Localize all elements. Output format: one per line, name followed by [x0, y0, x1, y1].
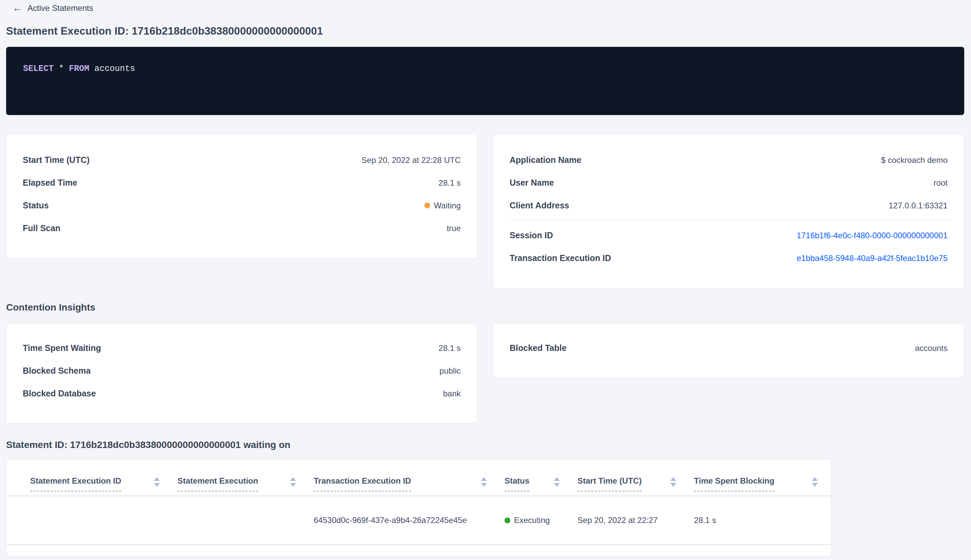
column-header-statement-execution[interactable]: Statement Execution: [178, 476, 314, 492]
contention-cards-row: Time Spent Waiting 28.1 s Blocked Schema…: [6, 323, 971, 423]
session-id-label: Session ID: [510, 230, 553, 240]
column-header-label: Statement Execution: [178, 476, 258, 492]
application-name-value: $ cockroach demo: [881, 155, 948, 165]
client-address-row: Client Address 127.0.0.1:63321: [493, 194, 964, 217]
sort-arrows-icon[interactable]: [554, 477, 560, 487]
sort-arrows-icon[interactable]: [290, 477, 296, 487]
statement-execution-details-page: ← Active Statements Statement Execution …: [0, 0, 971, 560]
transaction-execution-id-label: Transaction Execution ID: [510, 253, 611, 263]
breadcrumb: ← Active Statements: [13, 0, 971, 13]
column-header-statement-execution-id[interactable]: Statement Execution ID: [30, 476, 178, 492]
blocked-database-value: bank: [443, 389, 461, 398]
sort-arrows-icon[interactable]: [154, 477, 160, 487]
session-details-card: Application Name $ cockroach demo User N…: [493, 134, 964, 288]
user-name-value: root: [934, 178, 948, 188]
blocked-table-label: Blocked Table: [510, 343, 567, 353]
status-label: Status: [23, 201, 48, 210]
full-scan-value: true: [447, 224, 461, 233]
sort-arrows-icon[interactable]: [812, 477, 818, 487]
full-scan-row: Full Scan true: [7, 217, 477, 240]
column-header-label: Start Time (UTC): [577, 476, 642, 492]
start-time-label: Start Time (UTC): [23, 155, 90, 165]
waiting-on-heading: Statement ID: 1716b218dc0b38380000000000…: [6, 440, 971, 450]
sort-arrows-icon[interactable]: [481, 477, 487, 487]
blocked-schema-row: Blocked Schema public: [7, 359, 477, 382]
sql-statement-box: SELECT * FROM accounts: [6, 47, 964, 115]
back-link-active-statements[interactable]: Active Statements: [27, 3, 93, 13]
user-name-label: User Name: [510, 178, 554, 188]
blocked-table-row: Blocked Table accounts: [493, 337, 964, 359]
blocked-schema-value: public: [439, 366, 461, 376]
application-name-row: Application Name $ cockroach demo: [493, 149, 964, 172]
client-address-value: 127.0.0.1:63321: [889, 201, 948, 210]
status-executing-dot-icon: [504, 518, 510, 523]
contention-insights-heading: Contention Insights: [6, 302, 971, 313]
blocked-database-row: Blocked Database bank: [7, 382, 477, 405]
sql-star: *: [53, 64, 69, 73]
application-name-label: Application Name: [510, 155, 581, 165]
table-row: 64530d0c-969f-437e-a9b4-26a72245e45e Exe…: [7, 496, 831, 545]
transaction-execution-id-row: Transaction Execution ID e1bba458-5948-4…: [493, 247, 964, 270]
sql-statement-text: SELECT * FROM accounts: [23, 63, 964, 75]
table-header-row: Statement Execution ID Statement Executi…: [7, 460, 831, 496]
cell-time-spent-blocking: 28.1 s: [694, 515, 821, 525]
status-waiting-text: Waiting: [434, 201, 461, 210]
column-header-transaction-execution-id[interactable]: Transaction Execution ID: [314, 476, 504, 492]
status-row: Status Waiting: [7, 194, 477, 217]
column-header-time-spent-blocking[interactable]: Time Spent Blocking: [694, 476, 821, 492]
client-address-label: Client Address: [510, 201, 569, 210]
user-name-row: User Name root: [493, 172, 964, 194]
contention-details-card: Time Spent Waiting 28.1 s Blocked Schema…: [6, 323, 477, 423]
cell-transaction-execution-id: 64530d0c-969f-437e-a9b4-26a72245e45e: [314, 515, 504, 525]
sql-keyword-from: FROM: [69, 64, 89, 73]
status-executing-text: Executing: [514, 515, 550, 525]
full-scan-label: Full Scan: [23, 223, 60, 233]
start-time-value: Sep 20, 2022 at 22:28 UTC: [362, 155, 461, 165]
transaction-execution-id-link[interactable]: e1bba458-5948-40a9-a42f-5feac1b10e75: [797, 253, 948, 263]
execution-details-card: Start Time (UTC) Sep 20, 2022 at 22:28 U…: [6, 134, 477, 258]
back-arrow-icon[interactable]: ←: [13, 3, 22, 13]
elapsed-time-label: Elapsed Time: [23, 178, 77, 188]
session-id-row: Session ID 1716b1f6-4e0c-f480-0000-00000…: [493, 224, 964, 247]
blocked-table-card: Blocked Table accounts: [493, 323, 964, 378]
column-header-label: Status: [504, 476, 529, 492]
waiting-on-table-card: Statement Execution ID Statement Executi…: [6, 459, 831, 556]
elapsed-time-row: Elapsed Time 28.1 s: [7, 172, 477, 194]
status-waiting-dot-icon: [424, 203, 430, 208]
sql-table-name: accounts: [89, 64, 135, 73]
card-divider: [507, 220, 950, 220]
cell-start-time: Sep 20, 2022 at 22:27: [577, 515, 694, 525]
session-id-link[interactable]: 1716b1f6-4e0c-f480-0000-000000000001: [797, 231, 948, 240]
elapsed-time-value: 28.1 s: [439, 178, 461, 188]
cell-status: Executing: [504, 515, 577, 525]
column-header-start-time[interactable]: Start Time (UTC): [577, 476, 694, 492]
column-header-status[interactable]: Status: [504, 476, 577, 492]
blocked-database-label: Blocked Database: [23, 388, 96, 398]
column-header-label: Transaction Execution ID: [314, 476, 411, 492]
page-title: Statement Execution ID: 1716b218dc0b3838…: [6, 25, 971, 37]
blocked-schema-label: Blocked Schema: [23, 366, 91, 376]
column-header-label: Statement Execution ID: [30, 476, 121, 492]
column-header-label: Time Spent Blocking: [694, 476, 774, 492]
summary-cards-row: Start Time (UTC) Sep 20, 2022 at 22:28 U…: [6, 134, 971, 288]
time-spent-waiting-row: Time Spent Waiting 28.1 s: [7, 337, 477, 359]
sql-keyword-select: SELECT: [23, 64, 53, 73]
time-spent-waiting-value: 28.1 s: [439, 343, 461, 353]
start-time-row: Start Time (UTC) Sep 20, 2022 at 22:28 U…: [7, 149, 477, 172]
status-value: Waiting: [424, 201, 461, 210]
sort-arrows-icon[interactable]: [670, 477, 676, 487]
time-spent-waiting-label: Time Spent Waiting: [23, 343, 101, 353]
blocked-table-value: accounts: [915, 343, 948, 353]
